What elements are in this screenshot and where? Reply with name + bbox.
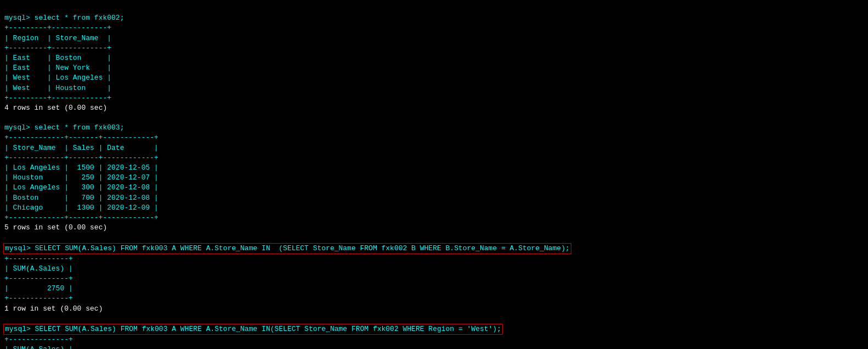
terminal-line: | Boston | 700 | 2020-12-08 | [4, 193, 864, 203]
terminal-line: mysql> select * from fxk002; [4, 13, 864, 23]
terminal-line: | Los Angeles | 1500 | 2020-12-05 | [4, 163, 864, 173]
terminal-line: +---------+-------------+ [4, 93, 864, 103]
terminal-line: | 2750 | [4, 284, 864, 294]
terminal-line: +-------------+-------+------------+ [4, 213, 864, 223]
terminal-line: | West | Houston | [4, 83, 864, 93]
terminal-line: | Los Angeles | 300 | 2020-12-08 | [4, 183, 864, 193]
terminal-line: +--------------+ [4, 335, 864, 345]
terminal-line: +-------------+-------+------------+ [4, 153, 864, 163]
terminal-line: | Region | Store_Name | [4, 33, 864, 43]
terminal-line: 5 rows in set (0.00 sec) [4, 223, 864, 233]
terminal-line: 4 rows in set (0.00 sec) [4, 103, 864, 113]
terminal-line [4, 314, 864, 324]
terminal-line: mysql> select * from fxk003; [4, 123, 864, 133]
terminal-line [4, 233, 864, 243]
terminal-line: | West | Los Angeles | [4, 73, 864, 83]
terminal-line [4, 113, 864, 123]
terminal-line: | East | New York | [4, 63, 864, 73]
terminal-line: +-------------+-------+------------+ [4, 133, 864, 143]
terminal-line: +---------+-------------+ [4, 23, 864, 33]
terminal-line: | Chicago | 1300 | 2020-12-09 | [4, 203, 864, 213]
terminal-line: 1 row in set (0.00 sec) [4, 304, 864, 314]
terminal-line: | East | Boston | [4, 53, 864, 63]
terminal-line: +---------+-------------+ [4, 43, 864, 53]
terminal-line: | Houston | 250 | 2020-12-07 | [4, 173, 864, 183]
terminal-line: | SUM(A.Sales) | [4, 264, 864, 274]
terminal-line: | Store_Name | Sales | Date | [4, 143, 864, 153]
terminal-line: mysql> SELECT SUM(A.Sales) FROM fxk003 A… [4, 324, 864, 335]
terminal-line: +--------------+ [4, 274, 864, 284]
highlighted-query-1: mysql> SELECT SUM(A.Sales) FROM fxk003 A… [3, 243, 571, 254]
highlighted-query-2: mysql> SELECT SUM(A.Sales) FROM fxk003 A… [3, 324, 503, 335]
terminal-line: mysql> SELECT SUM(A.Sales) FROM fxk003 A… [4, 243, 864, 254]
terminal-output: mysql> select * from fxk002;+---------+-… [0, 0, 868, 349]
terminal-line: +--------------+ [4, 294, 864, 303]
terminal-line: +--------------+ [4, 254, 864, 264]
terminal-line: | SUM(A.Sales) | [4, 345, 864, 349]
